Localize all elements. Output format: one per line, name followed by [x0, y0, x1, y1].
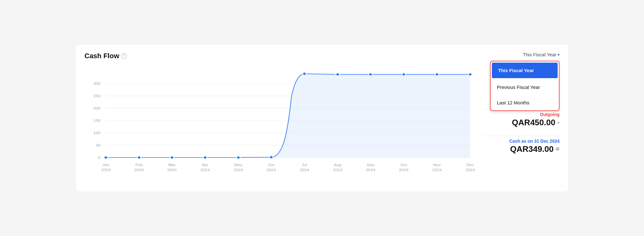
x-label-nov-1: Nov [433, 163, 441, 167]
x-label-sep-2: 2024 [366, 168, 375, 172]
x-label-mar-1: Mar [168, 163, 176, 167]
y-label-0: 0 [98, 156, 101, 160]
cash-stat: Cash as on 31 Dec 2024 QAR349.00 = [484, 139, 560, 154]
cash-value-row: QAR349.00 = [484, 144, 560, 154]
x-label-jun-2: 2024 [266, 168, 276, 172]
outgoing-stat: Outgoing QAR450.00 - [484, 112, 560, 127]
x-label-oct-1: Oct [400, 163, 407, 167]
chart-dot-may [237, 156, 240, 159]
cash-label: Cash as on 31 Dec 2024 [484, 139, 560, 144]
y-label-50: 50 [96, 143, 101, 147]
title-row: Cash Flow ? [84, 52, 127, 60]
chart-dot-mar [170, 156, 174, 159]
x-label-dec-1: Dec [466, 163, 474, 167]
y-label-200: 200 [93, 106, 101, 110]
x-label-feb-2: 2024 [134, 168, 144, 172]
chart-fill-path [106, 74, 470, 158]
x-label-jan-2: 2024 [101, 168, 111, 172]
cash-flow-card: Cash Flow ? This Fiscal Year ▾ This Fisc… [75, 44, 569, 192]
x-label-may-1: May [234, 163, 243, 167]
y-label-300: 300 [93, 82, 101, 86]
x-label-apr-2: 2024 [201, 168, 210, 172]
chart-dot-oct [402, 73, 406, 76]
chart-dot-jan [104, 156, 108, 159]
x-label-nov-2: 2024 [432, 168, 442, 172]
x-label-jun-1: Jun [268, 163, 275, 167]
x-label-jul-2: 2024 [300, 168, 309, 172]
x-label-jan-1: Jan [102, 163, 109, 167]
period-button-label: This Fiscal Year [523, 52, 556, 57]
chart-dot-nov [435, 73, 439, 76]
outgoing-value-row: QAR450.00 - [484, 118, 560, 127]
card-header: Cash Flow ? This Fiscal Year ▾ This Fisc… [84, 52, 560, 60]
y-label-100: 100 [93, 131, 101, 135]
chart-dot-jun [269, 156, 273, 159]
chevron-down-icon: ▾ [558, 53, 560, 57]
chart-svg: 0 50 100 150 200 250 300 [84, 65, 477, 179]
dropdown-item-previous-fiscal-year[interactable]: Previous Fiscal Year [491, 79, 559, 95]
chart-dot-dec [468, 73, 472, 76]
x-label-aug-1: Aug [334, 163, 341, 167]
x-label-sep-1: Sep [367, 163, 374, 167]
period-dropdown: This Fiscal Year Previous Fiscal Year La… [490, 61, 560, 111]
help-icon[interactable]: ? [121, 53, 127, 59]
x-label-apr-1: Apr [202, 163, 208, 167]
y-label-250: 250 [93, 94, 101, 98]
y-label-150: 150 [93, 119, 101, 123]
x-label-oct-2: 2024 [399, 168, 408, 172]
x-label-jul-1: Jul [302, 163, 307, 167]
x-label-aug-2: 2024 [333, 168, 342, 172]
chart-dot-apr [203, 156, 207, 159]
outgoing-label: Outgoing [484, 112, 560, 117]
card-title: Cash Flow [84, 52, 119, 60]
outgoing-sign: - [557, 118, 560, 127]
x-label-mar-2: 2024 [167, 168, 177, 172]
period-selector[interactable]: This Fiscal Year ▾ This Fiscal Year Prev… [523, 52, 560, 57]
x-label-dec-2: 2024 [465, 168, 475, 172]
chart-svg-container: 0 50 100 150 200 250 300 [84, 65, 477, 179]
x-label-may-2: 2024 [234, 168, 243, 172]
x-label-feb-1: Feb [135, 163, 143, 167]
chart-dot-aug [336, 73, 339, 76]
dropdown-item-last-12-months[interactable]: Last 12 Months [491, 95, 559, 110]
chart-dot-sep [369, 73, 372, 76]
dropdown-item-this-fiscal-year[interactable]: This Fiscal Year [492, 63, 558, 78]
outgoing-value: QAR450.00 [512, 118, 555, 127]
cash-sign: = [555, 145, 560, 153]
cash-value: QAR349.00 [510, 144, 554, 154]
chart-area: 0 50 100 150 200 250 300 [84, 65, 477, 185]
chart-dot-feb [137, 156, 141, 159]
period-button[interactable]: This Fiscal Year ▾ [523, 52, 560, 57]
divider-2 [484, 136, 560, 136]
chart-dot-jul [303, 72, 306, 75]
chart-and-stats: 0 50 100 150 200 250 300 [84, 65, 560, 185]
